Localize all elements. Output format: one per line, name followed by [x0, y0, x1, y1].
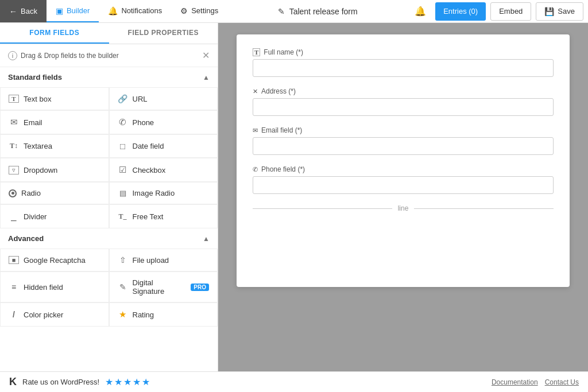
phone-field-icon: ✆	[253, 166, 258, 173]
pro-badge: PRO	[191, 284, 209, 291]
star-3: ★	[123, 377, 131, 387]
field-email[interactable]: ✉ Email	[0, 110, 109, 134]
advanced-fields-grid: ■ Google Recaptcha ⇧ File upload ≡ Hidde…	[0, 249, 218, 327]
full-name-label: T Full name (*)	[253, 48, 554, 56]
address-field-block: ✕ Address (*)	[253, 87, 554, 116]
builder-icon: ▣	[56, 6, 63, 15]
embed-button[interactable]: Embed	[490, 2, 531, 21]
documentation-link[interactable]: Documentation	[492, 378, 538, 386]
advanced-section-label: Advanced	[8, 234, 44, 243]
field-hidden-label: Hidden field	[24, 283, 63, 292]
divider-label: line	[398, 204, 409, 212]
field-checkbox[interactable]: ☑ Checkbox	[109, 158, 218, 182]
image-radio-icon: ▤	[118, 189, 128, 197]
email-icon: ✉	[9, 117, 19, 127]
field-phone[interactable]: ✆ Phone	[109, 110, 218, 134]
close-hint-icon[interactable]: ✕	[202, 50, 210, 61]
url-icon: 🔗	[118, 94, 128, 103]
builder-tab[interactable]: ▣ Builder	[47, 0, 99, 22]
logo-icon: K	[9, 376, 17, 388]
digital-sig-icon: ✎	[118, 282, 128, 292]
field-radio-label: Radio	[21, 189, 41, 197]
address-label-text: Address (*)	[261, 87, 296, 95]
nav-right-actions: 🔔 Entries (0) Embed 💾 Save	[408, 2, 588, 21]
address-input[interactable]	[253, 98, 554, 116]
field-digital-signature[interactable]: ✎ Digital Signature PRO	[109, 271, 218, 302]
notifications-label: Notifications	[121, 6, 162, 15]
divider-row: line	[253, 204, 554, 212]
bell-icon: 🔔	[108, 6, 118, 15]
tab-field-properties[interactable]: FIELD PROPERTIES	[109, 23, 218, 44]
email-field-input[interactable]	[253, 137, 554, 155]
footer: K Rate us on WordPress! ★ ★ ★ ★ ★ Docume…	[0, 371, 588, 392]
advanced-fields-header[interactable]: Advanced ▲	[0, 228, 218, 249]
edit-icon: ✎	[278, 7, 285, 16]
file-upload-icon: ⇧	[118, 255, 128, 265]
field-text-box[interactable]: T Text box	[0, 87, 109, 110]
back-button[interactable]: ← Back	[0, 0, 47, 22]
drag-hint-bar: i Drag & Drop fields to the builder ✕	[0, 44, 218, 67]
full-name-input[interactable]	[253, 59, 554, 77]
phone-field-label: ✆ Phone field (*)	[253, 165, 554, 173]
gear-icon: ⚙	[180, 6, 188, 15]
notification-bell-button[interactable]: 🔔	[408, 6, 433, 17]
form-title-area: ✎ Talent release form	[227, 7, 408, 16]
field-recaptcha-label: Google Recaptcha	[24, 256, 86, 265]
email-field-label: ✉ Email field (*)	[253, 126, 554, 134]
field-textarea-label: Textarea	[24, 142, 52, 150]
email-field-label-text: Email field (*)	[261, 126, 302, 134]
field-google-recaptcha[interactable]: ■ Google Recaptcha	[0, 249, 109, 271]
advanced-section-chevron: ▲	[203, 235, 210, 243]
field-divider[interactable]: ⎯ Divider	[0, 204, 109, 228]
star-5: ★	[142, 377, 150, 387]
field-dropdown-label: Dropdown	[24, 166, 57, 174]
recaptcha-icon: ■	[9, 256, 19, 264]
entries-button[interactable]: Entries (0)	[435, 2, 486, 21]
settings-tab[interactable]: ⚙ Settings	[171, 0, 227, 22]
field-image-radio[interactable]: ▤ Image Radio	[109, 182, 218, 204]
divider-icon: ⎯	[9, 211, 19, 222]
full-name-label-text: Full name (*)	[264, 48, 303, 56]
field-file-upload[interactable]: ⇧ File upload	[109, 249, 218, 271]
field-file-upload-label: File upload	[133, 256, 169, 265]
date-icon: □	[118, 141, 128, 151]
main-layout: FORM FIELDS FIELD PROPERTIES i Drag & Dr…	[0, 23, 588, 371]
save-button[interactable]: 💾 Save	[536, 2, 583, 21]
field-free-text[interactable]: T_ Free Text	[109, 204, 218, 228]
field-color-picker[interactable]: / Color picker	[0, 302, 109, 327]
hidden-field-icon: ≡	[9, 282, 19, 292]
field-url[interactable]: 🔗 URL	[109, 87, 218, 110]
field-url-label: URL	[133, 95, 148, 103]
save-icon: 💾	[544, 7, 554, 16]
settings-label: Settings	[191, 6, 218, 15]
field-textarea[interactable]: T↕ Textarea	[0, 134, 109, 158]
embed-label: Embed	[499, 7, 523, 15]
field-phone-label: Phone	[133, 118, 154, 127]
field-dropdown[interactable]: ▿ Dropdown	[0, 158, 109, 182]
builder-label: Builder	[67, 6, 90, 15]
field-email-label: Email	[24, 118, 42, 127]
form-card: T Full name (*) ✕ Address (*) ✉ Email fi…	[237, 34, 570, 287]
notifications-tab[interactable]: 🔔 Notifications	[99, 0, 171, 22]
drag-hint-text: Drag & Drop fields to the builder	[21, 52, 119, 60]
tab-form-fields[interactable]: FORM FIELDS	[0, 23, 109, 44]
field-rating-label: Rating	[133, 311, 154, 319]
standard-section-label: Standard fields	[8, 73, 62, 81]
phone-field-input[interactable]	[253, 176, 554, 194]
form-title: Talent release form	[289, 7, 358, 16]
back-arrow-icon: ←	[9, 7, 17, 16]
field-radio[interactable]: Radio	[0, 182, 109, 204]
color-picker-icon: /	[9, 310, 19, 319]
checkbox-icon: ☑	[118, 165, 128, 175]
phone-field-label-text: Phone field (*)	[261, 165, 305, 173]
panel-tabs: FORM FIELDS FIELD PROPERTIES	[0, 23, 218, 44]
full-name-label-icon: T	[253, 48, 260, 56]
contact-link[interactable]: Contact Us	[545, 378, 579, 386]
field-hidden-field[interactable]: ≡ Hidden field	[0, 271, 109, 302]
field-free-text-label: Free Text	[133, 212, 164, 221]
form-fields-tab-label: FORM FIELDS	[29, 29, 79, 37]
field-date[interactable]: □ Date field	[109, 134, 218, 158]
left-panel: FORM FIELDS FIELD PROPERTIES i Drag & Dr…	[0, 23, 218, 371]
standard-fields-header[interactable]: Standard fields ▲	[0, 67, 218, 87]
field-rating[interactable]: ★ Rating	[109, 302, 218, 327]
